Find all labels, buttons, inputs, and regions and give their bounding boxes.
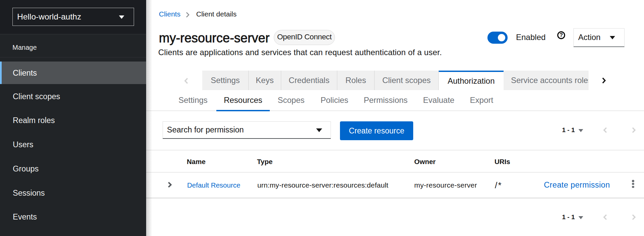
svg-text:?: ? xyxy=(559,32,563,38)
